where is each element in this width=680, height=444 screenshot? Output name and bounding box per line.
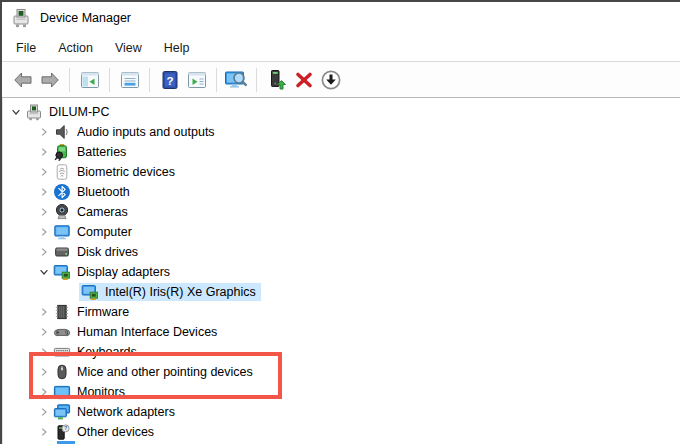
chevron-right-icon[interactable] bbox=[37, 165, 51, 179]
tree-item-label: Network adapters bbox=[77, 405, 175, 419]
chevron-right-icon[interactable] bbox=[37, 125, 51, 139]
tree-item-content[interactable]: Intel(R) Iris(R) Xe Graphics bbox=[79, 283, 261, 301]
network-adapter-icon bbox=[53, 403, 71, 421]
tree-item-content[interactable]: Monitors bbox=[51, 383, 130, 401]
tree-item-label: Biometric devices bbox=[77, 165, 175, 179]
tree-item-label: Firmware bbox=[77, 305, 129, 319]
tree-item-monitors[interactable]: Monitors bbox=[3, 382, 680, 402]
tree-item-content[interactable]: Network adapters bbox=[51, 403, 180, 421]
properties-window-icon bbox=[119, 69, 141, 91]
webcam-icon bbox=[53, 203, 71, 221]
tree-item-content[interactable]: Firmware bbox=[51, 303, 134, 321]
tree-item-other-devices[interactable]: ?Other devices bbox=[3, 422, 680, 442]
help-button[interactable]: ? bbox=[156, 66, 183, 94]
update-driver-button[interactable] bbox=[263, 66, 290, 94]
tree-item-mice-and-other-pointing-devices[interactable]: Mice and other pointing devices bbox=[3, 362, 680, 382]
tree-item-content[interactable]: DILUM-PC bbox=[23, 103, 114, 121]
tree-item-content[interactable]: ?Other devices bbox=[51, 423, 159, 441]
mouse-icon bbox=[53, 363, 71, 381]
tree-item-content[interactable]: Computer bbox=[51, 223, 137, 241]
chevron-right-icon[interactable] bbox=[37, 425, 51, 439]
tree-item-audio-inputs-and-outputs[interactable]: Audio inputs and outputs bbox=[3, 122, 680, 142]
tree-item-content[interactable]: Biometric devices bbox=[51, 163, 180, 181]
show-hide-action-pane-button[interactable] bbox=[183, 66, 210, 94]
chevron-right-icon[interactable] bbox=[37, 365, 51, 379]
chevron-right-icon[interactable] bbox=[37, 205, 51, 219]
forward-button[interactable] bbox=[36, 66, 63, 94]
keyboard-icon bbox=[53, 343, 71, 361]
speaker-icon bbox=[53, 123, 71, 141]
disable-device-button[interactable] bbox=[317, 66, 344, 94]
show-hide-console-tree-button[interactable] bbox=[76, 66, 103, 94]
chevron-right-icon[interactable] bbox=[37, 245, 51, 259]
tree-item-content[interactable]: Cameras bbox=[51, 203, 133, 221]
chevron-down-icon[interactable] bbox=[9, 105, 23, 119]
menu-item-view[interactable]: View bbox=[104, 36, 153, 60]
display-adapter-icon bbox=[53, 263, 71, 281]
chevron-right-icon[interactable] bbox=[37, 325, 51, 339]
tree-item-label: Computer bbox=[77, 225, 132, 239]
chevron-right-icon[interactable] bbox=[37, 225, 51, 239]
tree-item-content[interactable]: Disk drives bbox=[51, 243, 143, 261]
tree-item-batteries[interactable]: Batteries bbox=[3, 142, 680, 162]
tree-item-label: Intel(R) Iris(R) Xe Graphics bbox=[105, 285, 256, 299]
tree-item-content[interactable]: Mice and other pointing devices bbox=[51, 363, 258, 381]
tree-item-label: Display adapters bbox=[77, 265, 170, 279]
svg-text:?: ? bbox=[166, 74, 173, 86]
device-manager-window: Device Manager FileActionViewHelp ? DILU… bbox=[0, 0, 680, 444]
tree-item-label: Cameras bbox=[77, 205, 128, 219]
tree-item-label: Audio inputs and outputs bbox=[77, 125, 215, 139]
disk-drive-icon bbox=[53, 243, 71, 261]
tree-item-content[interactable]: Audio inputs and outputs bbox=[51, 123, 220, 141]
tree-item-biometric-devices[interactable]: Biometric devices bbox=[3, 162, 680, 182]
toolbar-separator bbox=[69, 68, 70, 92]
tree-item-content[interactable]: Batteries bbox=[51, 143, 131, 161]
titlebar: Device Manager bbox=[2, 2, 680, 34]
chevron-right-icon[interactable] bbox=[37, 405, 51, 419]
scan-hardware-icon bbox=[224, 69, 250, 91]
gamepad-icon bbox=[53, 323, 71, 341]
scan-for-hardware-changes-button[interactable] bbox=[223, 66, 250, 94]
tree-item-content[interactable]: Bluetooth bbox=[51, 183, 135, 201]
uninstall-device-button[interactable] bbox=[290, 66, 317, 94]
expander-spacer bbox=[65, 285, 79, 299]
tree-item-display-adapters[interactable]: Display adapters bbox=[3, 262, 680, 282]
tree-item-content[interactable]: Human Interface Devices bbox=[51, 323, 222, 341]
tree-item-disk-drives[interactable]: Disk drives bbox=[3, 242, 680, 262]
tree-item-intel-r-iris-r-xe-graphics[interactable]: Intel(R) Iris(R) Xe Graphics bbox=[3, 282, 680, 302]
tree-item-content[interactable]: Keyboards bbox=[51, 343, 142, 361]
toolbar-separator bbox=[256, 68, 257, 92]
tree-item-content[interactable]: Display adapters bbox=[51, 263, 175, 281]
properties-button[interactable] bbox=[116, 66, 143, 94]
tree-item-label: Disk drives bbox=[77, 245, 138, 259]
toolbar-separator bbox=[149, 68, 150, 92]
tree-item-label: DILUM-PC bbox=[49, 105, 109, 119]
chevron-right-icon[interactable] bbox=[37, 305, 51, 319]
tree-item-cameras[interactable]: Cameras bbox=[3, 202, 680, 222]
tree-item-keyboards[interactable]: Keyboards bbox=[3, 342, 680, 362]
tree-item-computer[interactable]: Computer bbox=[3, 222, 680, 242]
chevron-right-icon[interactable] bbox=[37, 385, 51, 399]
display-adapter-icon bbox=[81, 283, 99, 301]
tree-item-dilum-pc[interactable]: DILUM-PC bbox=[3, 102, 680, 122]
tree-item-firmware[interactable]: Firmware bbox=[3, 302, 680, 322]
tree-item-network-adapters[interactable]: Network adapters bbox=[3, 402, 680, 422]
chevron-right-icon[interactable] bbox=[37, 345, 51, 359]
tree-item-human-interface-devices[interactable]: Human Interface Devices bbox=[3, 322, 680, 342]
menu-item-help[interactable]: Help bbox=[153, 36, 201, 60]
tree-item-label: Monitors bbox=[77, 385, 125, 399]
toolbar-separator bbox=[216, 68, 217, 92]
svg-text:?: ? bbox=[64, 425, 67, 431]
chevron-right-icon[interactable] bbox=[37, 145, 51, 159]
chevron-down-icon[interactable] bbox=[37, 265, 51, 279]
monitor-flat-icon bbox=[53, 383, 71, 401]
menu-item-action[interactable]: Action bbox=[47, 36, 104, 60]
tree-item-bluetooth[interactable]: Bluetooth bbox=[3, 182, 680, 202]
back-button[interactable] bbox=[9, 66, 36, 94]
menu-item-file[interactable]: File bbox=[5, 36, 47, 60]
monitor-icon bbox=[53, 223, 71, 241]
battery-plug-icon bbox=[53, 143, 71, 161]
firmware-chip-icon bbox=[53, 303, 71, 321]
unknown-device-icon: ? bbox=[53, 423, 71, 441]
chevron-right-icon[interactable] bbox=[37, 185, 51, 199]
